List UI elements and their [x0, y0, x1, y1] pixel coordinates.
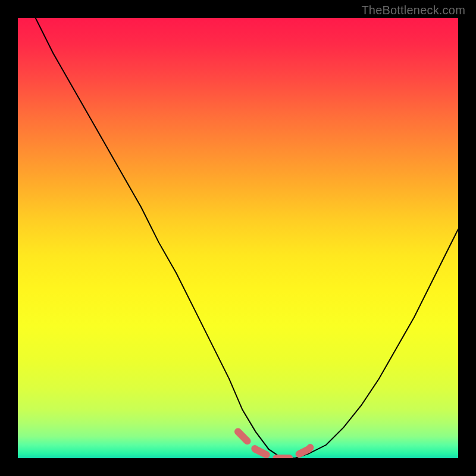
watermark-text: TheBottleneck.com — [361, 4, 465, 17]
chart-frame: TheBottleneck.com — [0, 0, 476, 476]
bottleneck-curve — [36, 18, 458, 458]
plot-area — [18, 18, 458, 458]
optimal-zone-marker — [238, 432, 317, 458]
curve-layer — [18, 18, 458, 458]
